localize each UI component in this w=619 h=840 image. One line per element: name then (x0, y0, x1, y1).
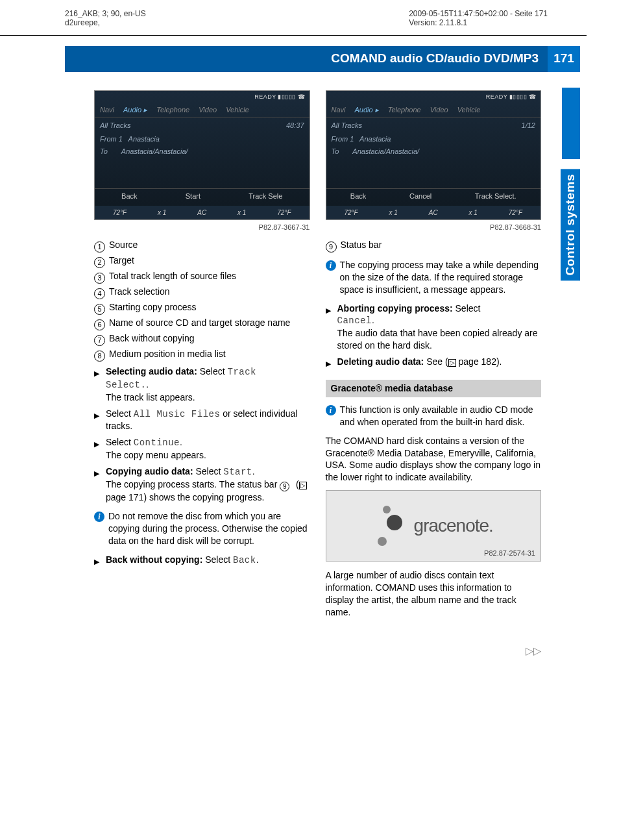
triangle-icon: ▶ (326, 306, 331, 314)
b6-line2: The audio data that have been copied alr… (337, 328, 538, 351)
b6-bold: Aborting copying process: (337, 303, 453, 314)
info-3: This function is only available in audio… (340, 404, 542, 428)
meta-left-2: d2ureepe, (65, 18, 146, 27)
ss-alltracks: All Tracks (100, 121, 130, 130)
ss2-name2: Anastacia/Anastacia/ (352, 147, 419, 155)
b6-sel: Select (453, 303, 481, 314)
ss2-st-3: AC (429, 208, 438, 217)
b3-mono: Continue (134, 438, 180, 448)
b6-post: . (372, 315, 374, 325)
ss2-st-2: x 1 (389, 208, 398, 217)
ss2-btn-cancel: Cancel (409, 191, 431, 201)
ss-menu-audio: Audio ▸ (123, 105, 147, 115)
ss-st-3: AC (197, 208, 206, 217)
section-title: COMAND audio CD/audio DVD/MP3 (65, 46, 548, 72)
legend-2: Target (109, 255, 134, 266)
screenshot-copymenu: READY ▮▯▯▯▯ ☎ Navi Audio ▸ Telephone Vid… (94, 90, 310, 220)
ss2-alltracks: All Tracks (332, 121, 362, 130)
b4-bold: Copying audio data: (106, 466, 193, 476)
gracenote-para-2: A large number of audio discs contain te… (326, 569, 542, 619)
legend-1: Source (109, 240, 138, 250)
triangle-icon: ▶ (94, 558, 99, 565)
ss-menu-video: Video (199, 105, 217, 115)
ss-to: To (100, 147, 108, 155)
ss-from: From 1 (100, 135, 123, 143)
pageref-icon: ▷ (299, 482, 307, 489)
title-bar: COMAND audio CD/audio DVD/MP3 171 (65, 46, 580, 72)
ss2-menu-vehicle: Vehicle (457, 105, 481, 115)
triangle-icon: ▶ (94, 412, 99, 419)
ss-menu-telephone: Telephone (156, 105, 189, 115)
info-icon: i (326, 260, 336, 271)
info-icon: i (94, 512, 104, 522)
b6-mono: Cancel (337, 315, 372, 326)
right-column: READY ▮▯▯▯▯ ☎ Navi Audio ▸ Telephone Vid… (326, 90, 542, 619)
b1-line2: The track list appears. (106, 392, 195, 402)
b7-txt: See ( (424, 356, 448, 367)
b5-sel: Select (202, 554, 233, 565)
callout-3: 3 (94, 273, 105, 284)
b4-page: page 171) shows the copying progress. (106, 492, 264, 502)
legend-7: Back without copying (109, 333, 195, 343)
b5-bold: Back without copying: (106, 554, 202, 565)
ss2-menu-video: Video (430, 105, 448, 115)
b2-mono: All Music Files (134, 409, 221, 419)
triangle-icon: ▶ (94, 440, 99, 448)
pageref-icon: ▷ (448, 359, 456, 367)
legend-3: Total track length of source files (109, 271, 236, 281)
b3-pre: Select (106, 437, 134, 447)
page-number: 171 (548, 46, 580, 72)
screenshot-copying: READY ▮▯▯▯▯ ☎ Navi Audio ▸ Telephone Vid… (326, 90, 542, 220)
callout-4: 4 (94, 288, 105, 299)
legend-8: Medium position in media list (109, 349, 226, 359)
b4-mono: Start (223, 467, 252, 477)
ss-time: 48:37 (286, 121, 304, 130)
callout-8: 8 (94, 351, 105, 362)
meta-right-1: 2009-05-15T11:47:50+02:00 - Seite 171 (409, 9, 548, 18)
figure-id-1: P82.87-3667-31 (94, 223, 310, 232)
ss-btn-start: Start (186, 191, 200, 201)
gracenote-logo: gracenote. P82.87-2574-31 (326, 490, 542, 562)
ss-name2: Anastacia/Anastacia/ (121, 147, 188, 155)
b2-pre: Select (106, 408, 134, 419)
b1-bold: Selecting audio data: (106, 366, 197, 377)
b7-bold: Deleting audio data: (337, 356, 424, 367)
callout-5: 5 (94, 304, 105, 315)
callout-6: 6 (94, 319, 105, 330)
ss2-from: From 1 (332, 135, 354, 143)
ss-btn-back: Back (121, 191, 137, 201)
callout-7: 7 (94, 335, 105, 346)
callout-1: 1 (94, 241, 105, 253)
b4-post: . (252, 466, 255, 476)
triangle-icon: ▶ (94, 369, 99, 377)
ss-name1: Anastacia (128, 135, 160, 143)
b4-line2b: ( (293, 479, 299, 489)
b4-line2a: The copying process starts. The status b… (106, 479, 280, 489)
b7-page: page 182). (456, 356, 502, 367)
legend-9: Status bar (341, 240, 382, 250)
ss2-btn-select: Track Select. (475, 191, 516, 201)
callout-9: 9 (326, 241, 337, 253)
b1-mono2: Select. (106, 380, 146, 390)
divider-top (0, 35, 587, 36)
triangle-icon: ▶ (326, 360, 331, 367)
side-tab-label: Control systems (561, 169, 580, 280)
ss2-name1: Anastacia (359, 135, 391, 143)
b1-sel: Select (197, 366, 228, 377)
ss-st-4: x 1 (237, 208, 246, 217)
legend-4: Track selection (109, 286, 170, 297)
b1-mono: Track (228, 367, 257, 377)
info-icon: i (326, 405, 336, 415)
ss2-to: To (332, 147, 339, 155)
b1-after: . (146, 379, 149, 389)
ss2-st-1: 72°F (344, 208, 358, 217)
ss-st-5: 72°F (277, 208, 291, 217)
section-gracenote: Gracenote® media database (326, 380, 542, 397)
left-column: READY ▮▯▯▯▯ ☎ Navi Audio ▸ Telephone Vid… (94, 90, 310, 619)
gracenote-para-1: The COMAND hard disk contains a version … (326, 435, 542, 484)
ss-st-1: 72°F (113, 208, 127, 217)
b4-sel: Select (193, 466, 224, 476)
info-2: The copying process may take a while dep… (340, 259, 542, 296)
status-ready-2: READY ▮▯▯▯▯ ☎ (486, 93, 537, 101)
callout-9-inline: 9 (280, 482, 289, 491)
